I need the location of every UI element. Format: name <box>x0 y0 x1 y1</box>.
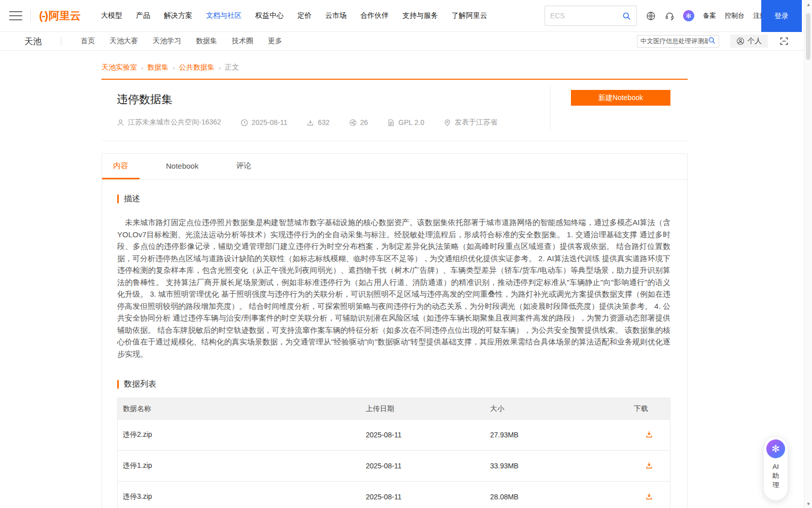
tc-nav-datasets[interactable]: 数据集 <box>196 37 217 46</box>
tc-nav-home[interactable]: 首页 <box>81 37 95 46</box>
page-scrollbar[interactable]: ▲ ▼ <box>804 0 812 508</box>
file-name: 违停2.zip <box>118 420 361 451</box>
breadcrumb-separator: › <box>173 64 175 72</box>
breadcrumb-separator: › <box>219 64 221 72</box>
tianchi-menu: 首页 天池大赛 天池学习 数据集 技术圈 更多 <box>81 37 282 46</box>
tab-content[interactable]: 内容 <box>102 154 140 179</box>
user-icon <box>117 119 124 126</box>
data-file-table: 数据名称 上传日期 大小 下载 违停2.zip 2025-08-11 27.93… <box>117 398 670 508</box>
dataset-header: 违停数据集 江苏未来城市公共空间-16362 2025-08-11 632 26… <box>101 80 688 141</box>
dataset-content-card: 内容 Notebook 评论 描述 未来城市路灯固定点位违停照片数据集是构建智慧… <box>101 153 688 508</box>
scrollbar-up-arrow[interactable]: ▲ <box>804 2 812 7</box>
table-row: 违停1.zip 2025-08-11 33.93MB <box>118 451 670 482</box>
divider <box>550 86 551 132</box>
global-search-box[interactable] <box>545 6 637 26</box>
hamburger-menu-icon[interactable] <box>9 11 22 20</box>
breadcrumb-separator: › <box>141 64 143 72</box>
tianchi-search-input[interactable] <box>640 38 708 45</box>
description-section-header: 描述 <box>117 194 670 204</box>
tianchi-right-cluster: 个人 <box>637 35 789 48</box>
download-file-icon[interactable] <box>645 461 653 471</box>
crumb-tianchi-lab[interactable]: 天池实验室 <box>101 63 137 72</box>
crumb-datasets[interactable]: 数据集 <box>147 63 168 72</box>
meta-location: 发表于江苏省 <box>444 118 497 127</box>
search-icon[interactable] <box>621 11 631 21</box>
file-size: 28.08MB <box>485 482 629 508</box>
nav-item-pricing[interactable]: 定价 <box>297 11 312 20</box>
file-size: 33.93MB <box>485 451 629 482</box>
meta-license: GPL 2.0 <box>387 118 424 126</box>
divider <box>61 37 61 45</box>
tianchi-logo[interactable]: 天池 <box>24 36 42 47</box>
aliyun-logo-text: 阿里云 <box>49 9 81 23</box>
nav-item-docs-community[interactable]: 文档与社区 <box>206 11 242 20</box>
globe-icon[interactable] <box>646 11 656 21</box>
description-text: 未来城市路灯固定点位违停照片数据集是构建智慧城市数字基础设施的核心数据资产。该数… <box>117 216 670 360</box>
aliyun-logo-mark: (-) <box>39 9 47 22</box>
file-date: 2025-08-11 <box>361 451 485 482</box>
ai-assistant-icon: ✻ <box>766 439 785 458</box>
nav-item-marketplace[interactable]: 云市场 <box>325 11 347 20</box>
meta-shares: 26 <box>349 118 368 126</box>
tab-comments[interactable]: 评论 <box>225 154 262 179</box>
console-link[interactable]: 控制台 <box>725 11 745 20</box>
download-icon <box>307 119 314 126</box>
top-navbar: (-) 阿里云 大模型 产品 解决方案 文档与社区 权益中心 定价 云市场 合作… <box>0 0 812 32</box>
beian-link[interactable]: 备案 <box>703 11 716 20</box>
license-file-icon <box>387 119 395 126</box>
file-date: 2025-08-11 <box>361 482 485 508</box>
scrollbar-down-arrow[interactable]: ▼ <box>804 501 812 506</box>
col-header-name: 数据名称 <box>118 398 361 420</box>
nav-item-solutions[interactable]: 解决方案 <box>164 11 192 20</box>
tab-panel-content: 描述 未来城市路灯固定点位违停照片数据集是构建智慧城市数字基础设施的核心数据资产… <box>102 194 687 508</box>
main-menu: 大模型 产品 解决方案 文档与社区 权益中心 定价 云市场 合作伙伴 支持与服务… <box>101 11 487 20</box>
divider <box>30 9 31 22</box>
download-file-icon[interactable] <box>645 430 653 440</box>
breadcrumb: 天池实验室 › 数据集 › 公共数据集 › 正文 <box>101 63 688 72</box>
aliyun-logo[interactable]: (-) 阿里云 <box>39 9 81 23</box>
section-accent-bar <box>117 380 119 389</box>
location-pin-icon <box>444 119 451 126</box>
tc-nav-competitions[interactable]: 天池大赛 <box>110 37 138 46</box>
share-icon <box>349 119 357 126</box>
datalist-section-title: 数据列表 <box>124 379 156 390</box>
meta-downloads: 632 <box>307 118 329 126</box>
new-notebook-button[interactable]: 新建Notebook <box>571 90 670 106</box>
headset-support-icon[interactable] <box>664 11 674 21</box>
download-file-icon[interactable] <box>645 492 653 502</box>
profile-button[interactable]: 个人 <box>730 35 768 48</box>
nav-item-support[interactable]: 支持与服务 <box>402 11 438 20</box>
tab-bar: 内容 Notebook 评论 <box>102 154 687 180</box>
tab-notebook[interactable]: Notebook <box>155 154 210 179</box>
dataset-meta-row: 江苏未来城市公共空间-16362 2025-08-11 632 26 GPL 2… <box>117 118 540 127</box>
nav-item-benefits[interactable]: 权益中心 <box>255 11 284 20</box>
file-size: 27.93MB <box>485 420 629 451</box>
scrollbar-thumb[interactable] <box>806 13 810 60</box>
ai-agent-icon[interactable]: ✻ <box>683 10 694 21</box>
tc-nav-learning[interactable]: 天池学习 <box>153 37 181 46</box>
nav-item-large-model[interactable]: 大模型 <box>101 11 122 20</box>
ai-assistant-widget[interactable]: ✻ AI 助 理 <box>764 437 788 500</box>
tc-nav-more[interactable]: 更多 <box>268 37 282 46</box>
nav-item-partners[interactable]: 合作伙伴 <box>360 11 389 20</box>
topnav-right-cluster: ✻ 备案 控制台 注册 <box>545 6 766 26</box>
crumb-public-datasets[interactable]: 公共数据集 <box>179 63 215 72</box>
tc-nav-tech-circle[interactable]: 技术圈 <box>232 37 253 46</box>
file-name: 违停1.zip <box>118 451 361 482</box>
file-name: 违停3.zip <box>118 482 361 508</box>
login-button[interactable]: 登录 <box>761 0 802 32</box>
global-search-input[interactable] <box>550 12 621 20</box>
description-section-title: 描述 <box>124 194 140 204</box>
datalist-section-header: 数据列表 <box>117 379 670 390</box>
nav-item-products[interactable]: 产品 <box>136 11 150 20</box>
tianchi-navbar: 天池 首页 天池大赛 天池学习 数据集 技术圈 更多 个人 <box>0 32 812 51</box>
page-title: 违停数据集 <box>117 92 540 107</box>
search-icon[interactable] <box>708 37 716 46</box>
nav-item-about[interactable]: 了解阿里云 <box>452 11 487 20</box>
scan-qr-icon[interactable] <box>779 36 789 46</box>
ai-assistant-label: AI 助 理 <box>772 462 779 490</box>
file-date: 2025-08-11 <box>361 420 485 451</box>
section-accent-bar <box>117 195 119 203</box>
tianchi-search-box[interactable] <box>637 35 719 48</box>
user-icon <box>736 37 745 45</box>
